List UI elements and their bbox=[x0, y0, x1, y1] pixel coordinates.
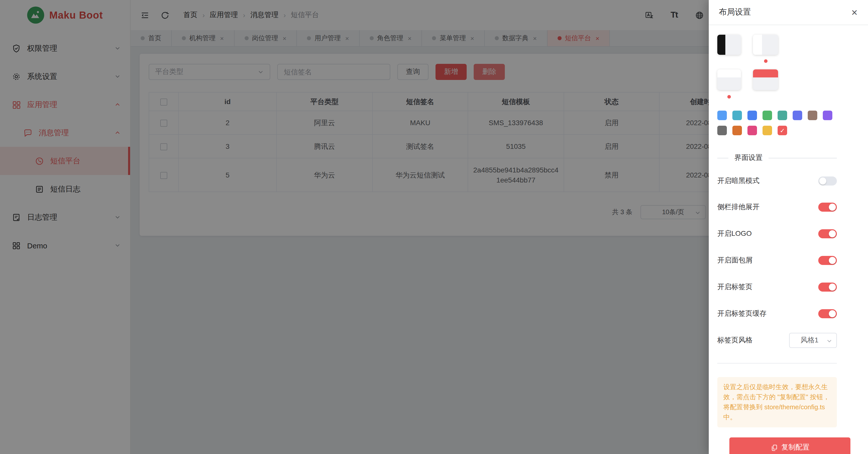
setting-sidebar-exclusive: 侧栏排他展开 bbox=[717, 199, 837, 215]
color-swatch[interactable] bbox=[747, 126, 757, 135]
theme-color-picker: ✓ bbox=[717, 111, 840, 135]
color-swatch[interactable] bbox=[808, 111, 817, 120]
setting-tab-style: 标签页风格 风格1 bbox=[717, 332, 837, 348]
layout-settings-drawer: 布局设置 × bbox=[709, 0, 868, 454]
drawer-divider bbox=[717, 363, 837, 364]
dark-mode-toggle[interactable] bbox=[818, 176, 837, 186]
selected-dot bbox=[727, 95, 731, 98]
setting-breadcrumb: 开启面包屑 bbox=[717, 252, 837, 268]
color-swatch[interactable] bbox=[823, 111, 832, 120]
layout-thumb-dark-sidebar[interactable] bbox=[717, 35, 741, 55]
selected-dot bbox=[764, 59, 768, 63]
setting-tab-cache: 开启标签页缓存 bbox=[717, 306, 837, 322]
interface-settings-heading: 界面设置 bbox=[717, 153, 837, 162]
logo-toggle[interactable] bbox=[818, 229, 837, 238]
color-swatch[interactable] bbox=[733, 111, 742, 120]
setting-tabs: 开启标签页 bbox=[717, 279, 837, 295]
app-window: Maku Boot 权限管理 系统设置 应用管理 消息管理 bbox=[0, 0, 868, 454]
setting-dark-mode: 开启暗黑模式 bbox=[717, 173, 837, 189]
sidebar-exclusive-toggle[interactable] bbox=[818, 203, 837, 212]
layout-thumb-light-sidebar[interactable] bbox=[753, 35, 778, 55]
color-swatch[interactable] bbox=[763, 126, 772, 135]
color-swatch-selected[interactable]: ✓ bbox=[778, 126, 787, 135]
chevron-down-icon bbox=[826, 338, 832, 344]
color-swatch[interactable] bbox=[778, 111, 787, 120]
copy-icon bbox=[770, 444, 778, 451]
color-swatch[interactable] bbox=[717, 111, 727, 120]
color-swatch[interactable] bbox=[763, 111, 772, 120]
close-icon[interactable]: × bbox=[849, 7, 860, 17]
drawer-overlay[interactable] bbox=[0, 0, 709, 454]
drawer-header: 布局设置 × bbox=[709, 0, 868, 25]
setting-logo: 开启LOGO bbox=[717, 226, 837, 242]
drawer-title: 布局设置 bbox=[719, 7, 751, 18]
breadcrumb-toggle[interactable] bbox=[818, 256, 837, 265]
color-swatch[interactable] bbox=[747, 111, 757, 120]
color-swatch[interactable] bbox=[717, 126, 727, 135]
color-swatch[interactable] bbox=[793, 111, 802, 120]
tab-style-select[interactable]: 风格1 bbox=[789, 333, 837, 348]
color-swatch[interactable] bbox=[733, 126, 742, 135]
layout-thumb-light-header[interactable] bbox=[717, 69, 741, 90]
tabs-toggle[interactable] bbox=[818, 283, 837, 292]
check-icon: ✓ bbox=[780, 127, 785, 134]
tab-cache-toggle[interactable] bbox=[818, 309, 837, 318]
settings-notice: 设置之后仅是临时生效，要想永久生效，需点击下方的 "复制配置" 按钮，将配置替换… bbox=[717, 377, 837, 427]
copy-config-button[interactable]: 复制配置 bbox=[730, 437, 850, 454]
layout-thumb-red-header[interactable] bbox=[753, 69, 778, 90]
